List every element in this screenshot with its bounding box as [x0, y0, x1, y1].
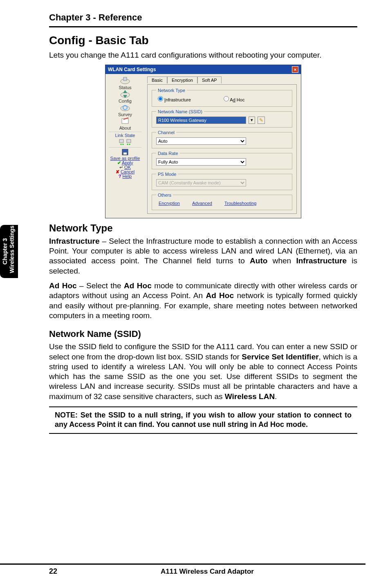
- sidebar-label-status: Status: [119, 85, 131, 90]
- ssid-dropdown-button[interactable]: ▾: [249, 117, 255, 124]
- radio-infrastructure[interactable]: Infrastructure: [158, 96, 191, 102]
- sidebar-item-help[interactable]: ? Help: [106, 174, 144, 179]
- help-link[interactable]: Help: [123, 174, 132, 179]
- lead-text: Lets you change the A111 card configurat…: [49, 50, 357, 61]
- svg-point-13: [129, 144, 130, 145]
- svg-rect-1: [123, 77, 127, 81]
- side-tab-line1: Chapter 3: [2, 230, 9, 273]
- heading-network-type: Network Type: [49, 222, 357, 234]
- group-others: Others Encryption Advanced Troubleshooti…: [152, 193, 292, 210]
- sidebar-label-linkstate: Link State: [115, 133, 135, 138]
- radio-adhoc[interactable]: Ad Hoc: [224, 96, 245, 102]
- wlan-settings-dialog: WLAN Card Settings × Status Config Surve…: [105, 65, 301, 218]
- para-adhoc: Ad Hoc – Select the Ad Hoc mode to commu…: [49, 281, 357, 321]
- close-icon[interactable]: ×: [292, 66, 298, 73]
- link-troubleshooting[interactable]: Troubleshooting: [224, 201, 256, 206]
- channel-select[interactable]: Auto: [156, 137, 246, 145]
- legend-channel: Channel: [156, 130, 176, 135]
- note-text: NOTE: Set the SSID to a null string, if …: [49, 411, 357, 430]
- sidebar-label-survey: Survey: [118, 112, 132, 117]
- svg-point-10: [121, 144, 122, 145]
- about-icon: [119, 117, 131, 125]
- ssid-input[interactable]: [156, 117, 246, 124]
- linkstate-icon: [119, 138, 132, 145]
- legend-ssid: Network Name (SSID): [156, 109, 204, 114]
- group-channel: Channel Auto: [152, 130, 292, 148]
- group-datarate: Data Rate Fully Auto: [152, 151, 292, 169]
- svg-rect-8: [119, 139, 123, 143]
- bold-adhoc: Ad Hoc: [49, 281, 77, 290]
- chapter-head: Chapter 3 - Reference: [49, 12, 357, 27]
- bold-adhoc-2: Ad Hoc: [124, 281, 152, 290]
- svg-marker-3: [123, 90, 127, 93]
- sidebar-item-config[interactable]: Config: [106, 90, 144, 103]
- sidebar-label-about: About: [119, 126, 131, 130]
- sidebar-divider-1: [109, 132, 141, 132]
- svg-rect-9: [127, 139, 131, 143]
- side-tab: Wireless Settings Chapter 3: [0, 225, 18, 278]
- bold-adhoc-3: Ad Hoc: [206, 291, 234, 300]
- link-encryption[interactable]: Encryption: [159, 201, 180, 206]
- help-icon: ?: [119, 174, 121, 179]
- para-ssid: Use the SSID field to configure the SSID…: [49, 342, 357, 402]
- survey-icon: [119, 103, 131, 112]
- dialog-panel: Basic Encryption Soft AP Network Type In…: [145, 74, 301, 218]
- side-tab-line2: Wireless Settings: [9, 230, 16, 273]
- legend-datarate: Data Rate: [156, 151, 180, 156]
- svg-rect-15: [123, 153, 127, 155]
- sidebar-item-status[interactable]: Status: [106, 76, 144, 90]
- bold-wlan: Wireless LAN: [225, 392, 275, 401]
- pencil-icon: ✎: [259, 117, 263, 123]
- link-advanced[interactable]: Advanced: [192, 201, 212, 206]
- save-icon: [122, 149, 128, 155]
- tab-encryption[interactable]: Encryption: [167, 76, 197, 83]
- tab-content-basic: Network Type Infrastructure Ad Hoc Netwo…: [147, 84, 297, 214]
- text-ssid-3: .: [275, 392, 277, 401]
- radio-adhoc-input[interactable]: [224, 96, 229, 101]
- ssid-survey-button[interactable]: ✎: [258, 117, 265, 124]
- sidebar-divider-2: [109, 147, 141, 148]
- group-ssid: Network Name (SSID) ▾ ✎: [152, 109, 292, 128]
- config-icon: [119, 90, 131, 98]
- sidebar-item-about[interactable]: About: [106, 117, 144, 130]
- legend-others: Others: [156, 193, 173, 197]
- bold-ssi: Service Set Identifier: [242, 352, 318, 361]
- note-block: NOTE: Set the SSID to a null string, if …: [49, 406, 357, 434]
- psmode-select: CAM (Constantly Awake mode): [156, 179, 246, 186]
- svg-point-11: [123, 144, 124, 145]
- dialog-title: WLAN Card Settings: [108, 67, 156, 72]
- tab-softap[interactable]: Soft AP: [197, 76, 222, 83]
- sidebar-item-save-profile[interactable]: Save as profile: [106, 149, 144, 161]
- legend-psmode: PS Mode: [156, 172, 178, 177]
- bold-infrastructure-2: Infrastructure: [296, 256, 347, 265]
- tab-bar: Basic Encryption Soft AP: [147, 76, 297, 83]
- svg-rect-7: [122, 119, 128, 123]
- legend-network-type: Network Type: [156, 88, 187, 93]
- para-infrastructure: Infrastructure – Select the Infrastructu…: [49, 236, 357, 276]
- tab-basic[interactable]: Basic: [147, 76, 167, 83]
- datarate-select[interactable]: Fully Auto: [156, 158, 246, 166]
- bold-auto: Auto: [250, 256, 267, 265]
- status-icon: [119, 76, 131, 85]
- heading-ssid: Network Name (SSID): [49, 329, 357, 339]
- bold-infrastructure: Infrastructure: [49, 237, 100, 245]
- sidebar-label-config: Config: [119, 99, 132, 103]
- radio-infrastructure-input[interactable]: [158, 96, 163, 101]
- group-psmode: PS Mode CAM (Constantly Awake mode): [152, 172, 292, 190]
- page-footer: 22 A111 Wireless Card Adaptor: [0, 563, 365, 576]
- svg-point-5: [121, 106, 130, 111]
- sidebar-item-survey[interactable]: Survey: [106, 103, 144, 117]
- text-infra-2: when: [267, 256, 296, 265]
- dialog-titlebar[interactable]: WLAN Card Settings ×: [105, 65, 301, 74]
- text-adhoc-1: – Select the: [77, 281, 124, 290]
- sidebar-item-linkstate[interactable]: Link State: [106, 133, 144, 146]
- svg-point-12: [127, 144, 128, 145]
- group-network-type: Network Type Infrastructure Ad Hoc: [152, 88, 292, 107]
- dialog-sidebar: Status Config Survey About Link State: [105, 74, 145, 218]
- footer-title: A111 Wireless Card Adaptor: [49, 568, 365, 576]
- section-title: Config - Basic Tab: [49, 34, 357, 47]
